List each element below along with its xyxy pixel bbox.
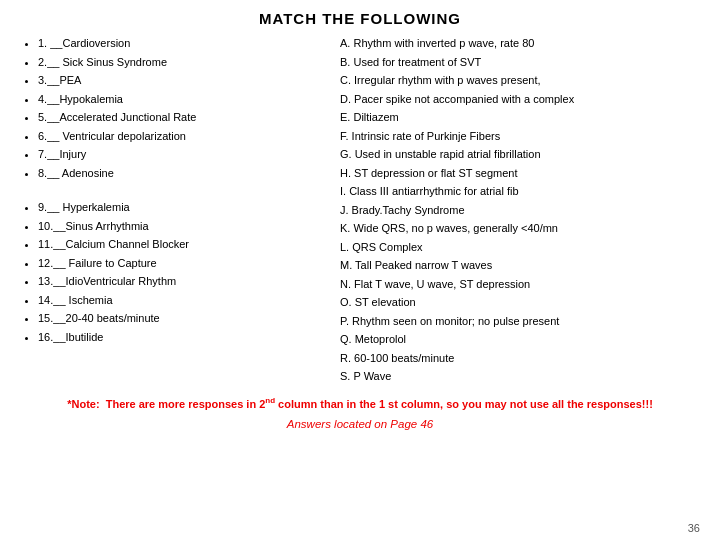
- note-text: *Note: There are more responses in 2nd c…: [20, 395, 700, 412]
- list-item: 11.__Calcium Channel Blocker: [38, 236, 330, 253]
- right-item: S. P Wave: [340, 368, 700, 385]
- list-item: 14.__ Ischemia: [38, 292, 330, 309]
- right-item: N. Flat T wave, U wave, ST depression: [340, 276, 700, 293]
- list-item: 3.__PEA: [38, 72, 330, 89]
- list-item: 1. __Cardioversion: [38, 35, 330, 52]
- list-item: [38, 183, 330, 197]
- right-item: A. Rhythm with inverted p wave, rate 80: [340, 35, 700, 52]
- right-column: A. Rhythm with inverted p wave, rate 80B…: [330, 35, 700, 387]
- right-item: J. Brady.Tachy Syndrome: [340, 202, 700, 219]
- right-item: I. Class III antiarrhythmic for atrial f…: [340, 183, 700, 200]
- right-item: B. Used for treatment of SVT: [340, 54, 700, 71]
- list-item: 10.__Sinus Arrhythmia: [38, 218, 330, 235]
- list-item: 12.__ Failure to Capture: [38, 255, 330, 272]
- right-item: R. 60-100 beats/minute: [340, 350, 700, 367]
- right-item: G. Used in unstable rapid atrial fibrill…: [340, 146, 700, 163]
- list-item: 13.__IdioVentricular Rhythm: [38, 273, 330, 290]
- page-title: MATCH THE FOLLOWING: [20, 10, 700, 27]
- list-item: 9.__ Hyperkalemia: [38, 199, 330, 216]
- list-item: 2.__ Sick Sinus Syndrome: [38, 54, 330, 71]
- list-item: 5.__Accelerated Junctional Rate: [38, 109, 330, 126]
- right-item: K. Wide QRS, no p waves, generally <40/m…: [340, 220, 700, 237]
- list-item: 8.__ Adenosine: [38, 165, 330, 182]
- right-item: E. Diltiazem: [340, 109, 700, 126]
- right-item: P. Rhythm seen on monitor; no pulse pres…: [340, 313, 700, 330]
- page: MATCH THE FOLLOWING 1. __Cardioversion2.…: [0, 0, 720, 540]
- left-list: 1. __Cardioversion2.__ Sick Sinus Syndro…: [20, 35, 330, 345]
- list-item: 15.__20-40 beats/minute: [38, 310, 330, 327]
- right-item: H. ST depression or flat ST segment: [340, 165, 700, 182]
- list-item: 4.__Hypokalemia: [38, 91, 330, 108]
- content-area: 1. __Cardioversion2.__ Sick Sinus Syndro…: [20, 35, 700, 387]
- right-item: D. Pacer spike not accompanied with a co…: [340, 91, 700, 108]
- right-item: C. Irregular rhythm with p waves present…: [340, 72, 700, 89]
- right-item: F. Intrinsic rate of Purkinje Fibers: [340, 128, 700, 145]
- right-item: O. ST elevation: [340, 294, 700, 311]
- list-item: 6.__ Ventricular depolarization: [38, 128, 330, 145]
- page-number: 36: [688, 522, 700, 534]
- answers-text: Answers located on Page 46: [20, 418, 700, 430]
- list-item: 16.__Ibutilide: [38, 329, 330, 346]
- list-item: 7.__Injury: [38, 146, 330, 163]
- right-item: Q. Metoprolol: [340, 331, 700, 348]
- left-column: 1. __Cardioversion2.__ Sick Sinus Syndro…: [20, 35, 330, 387]
- right-item: L. QRS Complex: [340, 239, 700, 256]
- right-item: M. Tall Peaked narrow T waves: [340, 257, 700, 274]
